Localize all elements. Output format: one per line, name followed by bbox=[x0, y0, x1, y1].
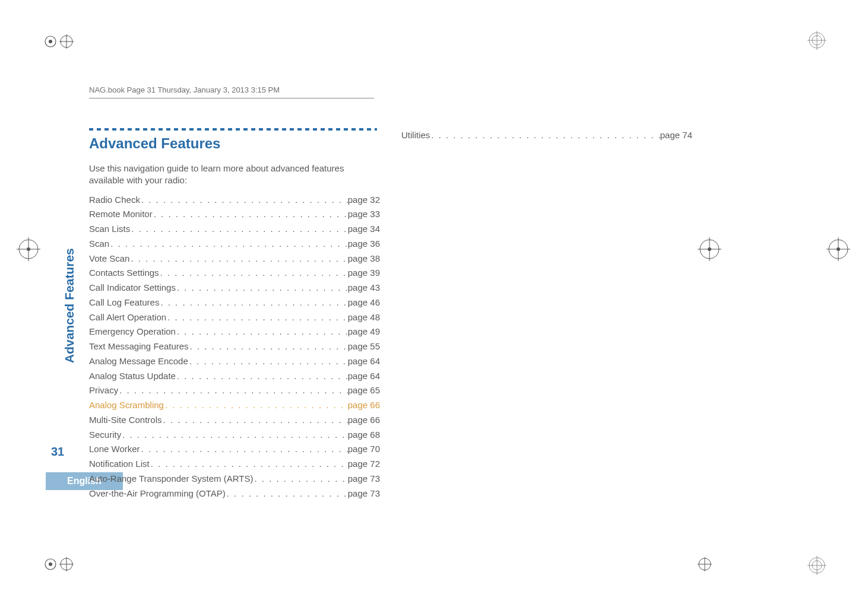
crop-mark-icon bbox=[17, 237, 40, 261]
toc-leader-dots bbox=[430, 128, 660, 143]
toc-entry[interactable]: Scan Listspage 34 bbox=[89, 222, 380, 237]
toc-leader-dots bbox=[150, 457, 348, 472]
running-head: NAG.book Page 31 Thursday, January 3, 20… bbox=[89, 85, 374, 98]
toc-entry[interactable]: Emergency Operationpage 49 bbox=[89, 325, 380, 339]
toc-leader-dots bbox=[176, 325, 348, 339]
toc-right: Utilitiespage 74 bbox=[401, 128, 692, 143]
toc-entry-label: Analog Message Encode bbox=[89, 354, 188, 369]
toc-entry-page: page 73 bbox=[348, 486, 380, 501]
toc-entry-label: Multi-Site Controls bbox=[89, 413, 162, 428]
right-column: Utilitiespage 74 bbox=[401, 128, 692, 501]
toc-entry-label: Privacy bbox=[89, 383, 118, 398]
toc-entry-label: Text Messaging Features bbox=[89, 339, 189, 354]
toc-entry-label: Analog Scrambling bbox=[89, 398, 164, 413]
toc-entry[interactable]: Auto-Range Transponder System (ARTS)page… bbox=[89, 472, 380, 486]
toc-entry[interactable]: Call Alert Operationpage 48 bbox=[89, 310, 380, 325]
toc-entry[interactable]: Scanpage 36 bbox=[89, 237, 380, 252]
toc-entry[interactable]: Analog Message Encodepage 64 bbox=[89, 354, 380, 369]
crop-mark-icon bbox=[59, 34, 74, 49]
svg-point-12 bbox=[27, 247, 30, 251]
toc-entry[interactable]: Analog Status Updatepage 64 bbox=[89, 369, 380, 384]
toc-entry-label: Call Alert Operation bbox=[89, 310, 166, 325]
toc-entry[interactable]: Multi-Site Controlspage 66 bbox=[89, 413, 380, 428]
toc-entry-page: page 66 bbox=[348, 398, 380, 413]
toc-leader-dots bbox=[140, 193, 348, 208]
toc-leader-dots bbox=[153, 207, 348, 222]
toc-entry-page: page 43 bbox=[348, 281, 380, 295]
toc-entry-page: page 64 bbox=[348, 354, 380, 369]
intro-text: Use this navigation guide to learn more … bbox=[89, 163, 380, 187]
toc-leader-dots bbox=[188, 354, 348, 369]
toc-entry[interactable]: Notification Listpage 72 bbox=[89, 457, 380, 472]
toc-leader-dots bbox=[226, 486, 348, 501]
toc-entry-label: Remote Monitor bbox=[89, 207, 153, 222]
toc-leader-dots bbox=[189, 339, 348, 354]
toc-leader-dots bbox=[140, 442, 348, 457]
registration-target-icon bbox=[807, 31, 826, 50]
toc-entry-label: Over-the-Air Programming (OTAP) bbox=[89, 486, 226, 501]
toc-entry[interactable]: Privacypage 65 bbox=[89, 383, 380, 398]
toc-entry-label: Contacts Settings bbox=[89, 266, 159, 281]
toc-entry-page: page 33 bbox=[348, 207, 380, 222]
toc-entry-label: Scan bbox=[89, 237, 109, 252]
toc-entry-label: Emergency Operation bbox=[89, 325, 176, 339]
toc-entry-page: page 36 bbox=[348, 237, 380, 252]
registration-target-icon bbox=[807, 556, 826, 575]
toc-entry-page: page 65 bbox=[348, 383, 380, 398]
side-section-label: Advanced Features bbox=[62, 248, 77, 363]
crop-mark-icon bbox=[698, 557, 712, 571]
toc-entry-page: page 48 bbox=[348, 310, 380, 325]
toc-leader-dots bbox=[130, 222, 348, 237]
toc-entry-label: Security bbox=[89, 428, 121, 443]
toc-entry[interactable]: Vote Scanpage 38 bbox=[89, 252, 380, 266]
crop-mark-icon bbox=[43, 557, 58, 571]
page-number: 31 bbox=[51, 445, 64, 459]
toc-leader-dots bbox=[159, 295, 347, 310]
toc-entry[interactable]: Over-the-Air Programming (OTAP)page 73 bbox=[89, 486, 380, 501]
left-column: Advanced Features Use this navigation gu… bbox=[89, 128, 380, 501]
toc-entry[interactable]: Utilitiespage 74 bbox=[401, 128, 692, 143]
crop-mark-icon bbox=[59, 557, 74, 571]
section-rule bbox=[89, 128, 377, 131]
toc-entry-label: Scan Lists bbox=[89, 222, 130, 237]
toc-leader-dots bbox=[121, 428, 348, 443]
page-content: Advanced Features Use this navigation gu… bbox=[89, 128, 742, 501]
toc-entry[interactable]: Remote Monitorpage 33 bbox=[89, 207, 380, 222]
toc-entry[interactable]: Call Log Featurespage 46 bbox=[89, 295, 380, 310]
running-head-text: NAG.book Page 31 Thursday, January 3, 20… bbox=[89, 85, 280, 94]
toc-leader-dots bbox=[254, 472, 348, 486]
toc-entry-page: page 55 bbox=[348, 339, 380, 354]
toc-entry-label: Vote Scan bbox=[89, 252, 129, 266]
toc-entry-label: Notification List bbox=[89, 457, 150, 472]
toc-leader-dots bbox=[166, 310, 348, 325]
toc-entry[interactable]: Contacts Settingspage 39 bbox=[89, 266, 380, 281]
toc-leader-dots bbox=[159, 266, 348, 281]
toc-entry[interactable]: Call Indicator Settingspage 43 bbox=[89, 281, 380, 295]
toc-leader-dots bbox=[176, 369, 348, 384]
toc-entry[interactable]: Text Messaging Featurespage 55 bbox=[89, 339, 380, 354]
crop-mark-icon bbox=[43, 34, 58, 49]
header-rule bbox=[89, 98, 374, 98]
toc-leader-dots bbox=[164, 398, 348, 413]
toc-entry[interactable]: Securitypage 68 bbox=[89, 428, 380, 443]
toc-entry-page: page 34 bbox=[348, 222, 380, 237]
toc-entry-page: page 64 bbox=[348, 369, 380, 384]
toc-leader-dots bbox=[118, 383, 348, 398]
toc-entry-label: Analog Status Update bbox=[89, 369, 176, 384]
toc-entry-page: page 72 bbox=[348, 457, 380, 472]
toc-entry-label: Call Log Features bbox=[89, 295, 159, 310]
toc-entry[interactable]: Radio Checkpage 32 bbox=[89, 193, 380, 208]
toc-entry[interactable]: Analog Scramblingpage 66 bbox=[89, 398, 380, 413]
toc-entry-label: Lone Worker bbox=[89, 442, 140, 457]
toc-entry-page: page 68 bbox=[348, 428, 380, 443]
toc-entry-page: page 32 bbox=[348, 193, 380, 208]
svg-point-20 bbox=[837, 247, 840, 251]
toc-entry-label: Call Indicator Settings bbox=[89, 281, 176, 295]
toc-entry-page: page 49 bbox=[348, 325, 380, 339]
toc-entry-label: Radio Check bbox=[89, 193, 140, 208]
toc-entry-label: Utilities bbox=[401, 128, 430, 143]
toc-entry-page: page 39 bbox=[348, 266, 380, 281]
crop-mark-icon bbox=[826, 237, 850, 261]
toc-entry[interactable]: Lone Workerpage 70 bbox=[89, 442, 380, 457]
section-title: Advanced Features bbox=[89, 135, 380, 152]
